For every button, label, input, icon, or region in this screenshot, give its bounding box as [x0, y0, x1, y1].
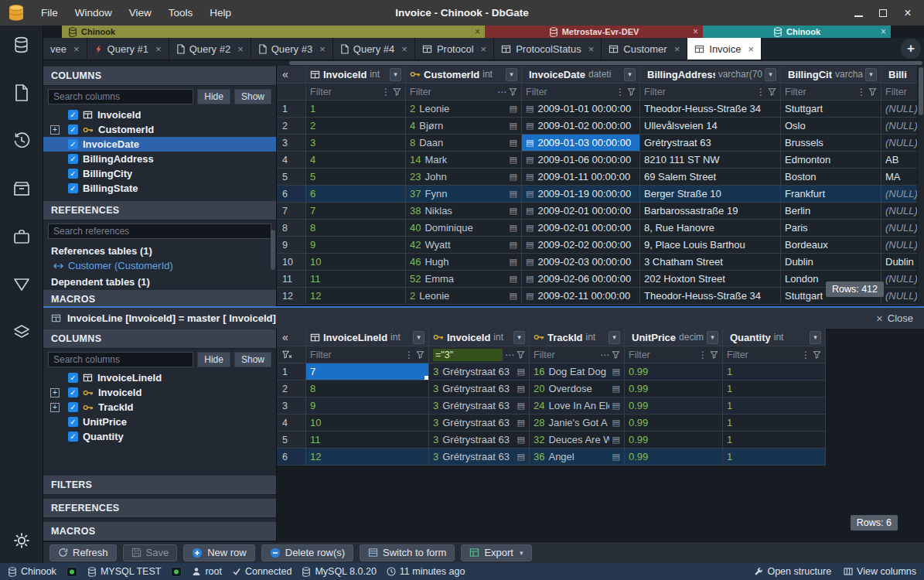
invoicedate-cell[interactable]: ▤2009-01-01 00:00:00 — [522, 101, 640, 118]
billingaddress-cell[interactable]: Berger Straße 10 — [640, 186, 781, 203]
datetime-icon[interactable]: ▤ — [526, 206, 534, 216]
column-dropdown-icon[interactable]: ▾ — [624, 68, 636, 81]
datetime-icon[interactable]: ▤ — [526, 240, 534, 250]
filter-menu-icon[interactable]: ⋮ — [381, 87, 390, 97]
column-header-invoicelineid[interactable]: InvoiceLineIdint▾ — [306, 329, 429, 346]
filter-menu-icon[interactable]: ⋮ — [698, 350, 707, 360]
filter-funnel-icon[interactable] — [868, 87, 877, 96]
invoicedate-cell[interactable]: ▤2009-01-19 00:00:00 — [522, 186, 640, 203]
customerid-cell[interactable]: 38Niklas▤ — [406, 203, 522, 220]
filter-input-invoicelineid[interactable] — [310, 349, 402, 361]
export-button[interactable]: Export▾ — [461, 544, 531, 561]
unitprice-cell[interactable]: 0.99 — [625, 415, 723, 432]
tab-group-close-icon[interactable]: × — [475, 26, 480, 37]
invoiceid-cell[interactable]: 8 — [306, 220, 406, 237]
filter-menu-icon[interactable]: ⋮ — [801, 350, 810, 360]
row-number-cell[interactable]: 5 — [277, 169, 306, 186]
show-button[interactable]: Show — [234, 89, 271, 104]
quantity-cell[interactable]: 1 — [723, 449, 826, 466]
checkbox-checked-icon[interactable]: ✓ — [68, 417, 78, 427]
column-dropdown-icon[interactable]: ▾ — [707, 331, 718, 344]
billingaddress-cell[interactable]: 8, Rue Hanovre — [640, 220, 781, 237]
datetime-icon[interactable]: ▤ — [526, 189, 534, 199]
open-reference-icon[interactable]: ▤ — [514, 418, 525, 428]
tab-query-2[interactable]: Query #2× — [169, 38, 251, 60]
filter-input-invoicedate[interactable] — [526, 86, 613, 98]
invoicelineid-cell[interactable]: 9 — [306, 397, 429, 415]
tab-query-1[interactable]: Query #1× — [87, 38, 169, 60]
column-header-invoiceid[interactable]: InvoiceIdint▾ — [306, 66, 406, 84]
detail-column-item-quantity[interactable]: ✓Quantity — [43, 429, 276, 444]
trackid-cell[interactable]: 20Overdose▤ — [530, 380, 625, 397]
trackid-cell[interactable]: 36Angel▤ — [530, 449, 625, 466]
invoicelineid-cell[interactable]: 7 — [306, 363, 429, 380]
grid-vscrollbar-thumb[interactable] — [919, 67, 923, 115]
open-reference-icon[interactable]: ▤ — [609, 401, 620, 411]
archive-icon[interactable] — [12, 179, 32, 199]
open-reference-icon[interactable]: ▤ — [514, 384, 525, 394]
status-open-structure[interactable]: Open structure — [754, 566, 831, 577]
column-dropdown-icon[interactable]: ▾ — [865, 68, 877, 81]
refresh-button[interactable]: Refresh — [49, 544, 117, 561]
open-reference-icon[interactable]: ▤ — [506, 206, 517, 216]
status-connected[interactable]: Connected — [232, 566, 292, 577]
open-reference-icon[interactable]: ▤ — [514, 435, 525, 445]
invoiceid-cell[interactable]: 5 — [306, 169, 406, 186]
invoiceid-cell[interactable]: 1 — [306, 101, 406, 118]
column-dropdown-icon[interactable]: ▾ — [513, 331, 525, 344]
status-status-green[interactable] — [66, 567, 77, 577]
detail-column-item-invoiceid[interactable]: +✓InvoiceId — [43, 385, 276, 400]
detail-show-button[interactable]: Show — [234, 352, 271, 367]
checkbox-checked-icon[interactable]: ✓ — [68, 154, 78, 164]
tab-invoice[interactable]: Invoice× — [687, 38, 762, 60]
menu-file[interactable]: File — [32, 0, 66, 26]
filter-input-billingaddress[interactable] — [644, 86, 754, 98]
menu-help[interactable]: Help — [201, 0, 240, 26]
tab-customer[interactable]: Customer× — [602, 38, 687, 60]
master-column-item-billingstate[interactable]: ✓BillingState — [43, 181, 276, 196]
invoicedate-cell[interactable]: ▤2009-01-11 00:00:00 — [522, 169, 640, 186]
filter-funnel-icon[interactable] — [813, 350, 821, 359]
row-number-cell[interactable]: 6 — [277, 186, 306, 203]
row-number-cell[interactable]: 5 — [277, 432, 306, 449]
datetime-icon[interactable]: ▤ — [526, 274, 534, 284]
tab-close-icon[interactable]: × — [73, 43, 80, 55]
master-column-item-invoiceid[interactable]: ✓InvoiceId — [43, 107, 276, 122]
invoicedate-cell[interactable]: ▤2009-02-06 00:00:00 — [522, 271, 640, 288]
column-header-trackid[interactable]: TrackIdint▾ — [530, 329, 625, 346]
status-root[interactable]: root — [192, 566, 222, 577]
customerid-cell[interactable]: 14Mark▤ — [406, 152, 522, 169]
checkbox-checked-icon[interactable]: ✓ — [68, 387, 78, 397]
open-reference-icon[interactable]: ▤ — [506, 240, 517, 250]
filter-input-trackid[interactable] — [534, 349, 598, 361]
invoicelineid-cell[interactable]: 8 — [306, 380, 429, 397]
row-number-cell[interactable]: 8 — [277, 220, 306, 237]
tab-protocol[interactable]: Protocol× — [415, 38, 494, 60]
status-mysql-test[interactable]: MYSQL TEST — [87, 566, 162, 577]
invoicelineid-cell[interactable]: 11 — [306, 432, 429, 449]
filter-input-invoiceid[interactable] — [433, 349, 503, 361]
filter-menu-icon[interactable]: ⋮ — [404, 350, 414, 360]
billingcity-cell[interactable]: Frankfurt — [781, 186, 881, 203]
tab-group-close-icon[interactable]: × — [693, 26, 698, 37]
datetime-icon[interactable]: ▤ — [526, 291, 534, 301]
customerid-cell[interactable]: 2Leonie▤ — [406, 288, 522, 305]
open-reference-icon[interactable]: ▤ — [506, 172, 517, 182]
new-row-button[interactable]: New row — [183, 544, 255, 561]
status-chinook[interactable]: Chinook — [8, 566, 56, 577]
checkbox-checked-icon[interactable]: ✓ — [68, 402, 78, 412]
open-reference-icon[interactable]: ▤ — [514, 452, 525, 462]
trackid-cell[interactable]: 24Love In An Elevator▤ — [530, 397, 625, 415]
tab-query-3[interactable]: Query #3× — [251, 38, 333, 60]
billingaddress-cell[interactable]: 8210 111 ST NW — [640, 152, 781, 169]
open-reference-icon[interactable]: ▤ — [609, 384, 620, 394]
unitprice-cell[interactable]: 0.99 — [625, 449, 723, 466]
cell-data-icon[interactable] — [12, 275, 32, 295]
detail-column-item-unitprice[interactable]: ✓UnitPrice — [43, 415, 276, 429]
row-number-cell[interactable]: 6 — [277, 449, 306, 466]
detail-macros-section-header[interactable]: MACROS — [43, 521, 276, 541]
close-button[interactable]: × — [898, 3, 918, 23]
row-number-cell[interactable]: 1 — [277, 363, 306, 380]
column-header-quantity[interactable]: Quantityint▾ — [723, 329, 826, 346]
trackid-cell[interactable]: 32Deuces Are Wild▤ — [530, 432, 625, 449]
